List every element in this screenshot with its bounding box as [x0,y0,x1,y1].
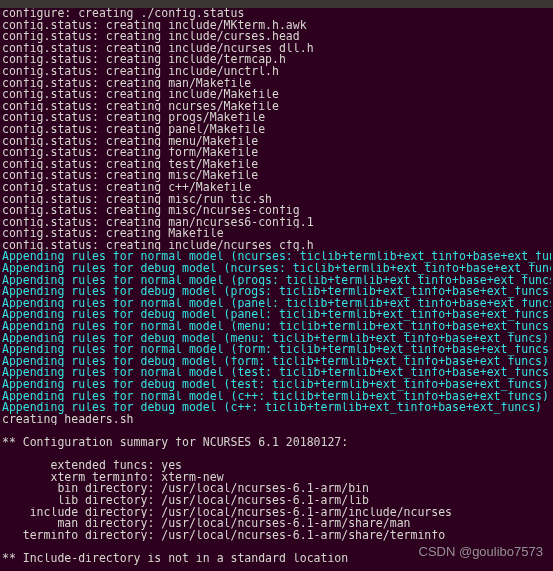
config-output-line: config.status: creating man/ncurses6-con… [2,217,551,229]
config-output-line: config.status: creating progs/Makefile [2,112,551,124]
config-output-line: config.status: creating include/ncurses_… [2,240,551,252]
summary-output-line: include directory: /usr/local/ncurses-6.… [2,507,551,519]
config-output-line: config.status: creating menu/Makefile [2,136,551,148]
title-bar [0,0,553,8]
config-output-line: config.status: creating misc/Makefile [2,170,551,182]
appending-output-line: Appending rules for normal model (panel:… [2,298,551,310]
creating-headers-line: creating headers.sh [2,414,551,426]
appending-rules-section: Appending rules for normal model (ncurse… [2,251,551,413]
config-output-line: config.status: creating include/ncurses_… [2,43,551,55]
appending-output-line: Appending rules for normal model (menu: … [2,321,551,333]
config-output-line: config.status: creating Makefile [2,228,551,240]
config-status-section: configure: creating ./config.statusconfi… [2,8,551,251]
config-output-line: config.status: creating man/Makefile [2,78,551,90]
config-output-line: config.status: creating test/Makefile [2,159,551,171]
config-output-line: config.status: creating c++/Makefile [2,182,551,194]
appending-output-line: Appending rules for normal model (ncurse… [2,251,551,263]
config-output-line: config.status: creating include/termcap.… [2,54,551,66]
config-output-line: config.status: creating ncurses/Makefile [2,101,551,113]
summary-section: extended funcs: yes xterm terminfo: xter… [2,460,551,541]
appending-output-line: Appending rules for debug model (c++: ti… [2,402,551,414]
appending-output-line: Appending rules for normal model (form: … [2,344,551,356]
appending-output-line: Appending rules for debug model (menu: t… [2,333,551,345]
appending-output-line: Appending rules for debug model (test: t… [2,379,551,391]
config-output-line: config.status: creating misc/run_tic.sh [2,194,551,206]
config-output-line: config.status: creating include/MKterm.h… [2,20,551,32]
config-output-line: config.status: creating panel/Makefile [2,124,551,136]
summary-header: ** Configuration summary for NCURSES 6.1… [2,437,551,449]
appending-output-line: Appending rules for debug model (ncurses… [2,263,551,275]
config-output-line: config.status: creating include/Makefile [2,89,551,101]
config-output-line: config.status: creating include/unctrl.h [2,66,551,78]
summary-output-line: man directory: /usr/local/ncurses-6.1-ar… [2,518,551,530]
appending-output-line: Appending rules for debug model (progs: … [2,286,551,298]
summary-output-line: lib directory: /usr/local/ncurses-6.1-ar… [2,495,551,507]
appending-output-line: Appending rules for normal model (test: … [2,367,551,379]
summary-output-line: xterm terminfo: xterm-new [2,472,551,484]
config-output-line: configure: creating ./config.status [2,8,551,20]
appending-output-line: Appending rules for normal model (c++: t… [2,391,551,403]
config-output-line: config.status: creating include/curses.h… [2,31,551,43]
watermark: CSDN @goulibo7573 [419,546,544,558]
summary-output-line: extended funcs: yes [2,460,551,472]
summary-output-line: terminfo directory: /usr/local/ncurses-6… [2,530,551,542]
config-output-line: config.status: creating form/Makefile [2,147,551,159]
blank-line [2,425,551,437]
terminal-output[interactable]: configure: creating ./config.statusconfi… [0,8,553,565]
appending-output-line: Appending rules for normal model (progs:… [2,275,551,287]
config-output-line: config.status: creating misc/ncurses-con… [2,205,551,217]
summary-output-line: bin directory: /usr/local/ncurses-6.1-ar… [2,483,551,495]
appending-output-line: Appending rules for debug model (panel: … [2,309,551,321]
appending-output-line: Appending rules for debug model (form: t… [2,356,551,368]
blank-line [2,449,551,461]
